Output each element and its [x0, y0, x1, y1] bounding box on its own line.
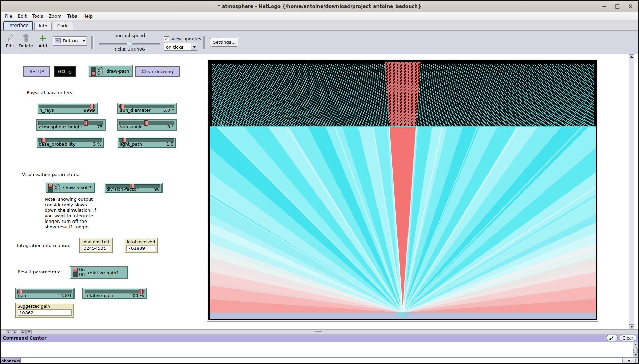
slider-value: 9999 — [83, 108, 95, 113]
canvas-vertical-scrollbar[interactable] — [629, 54, 634, 329]
switch-track[interactable] — [48, 184, 53, 193]
view-updates-label: view updates — [171, 36, 201, 41]
chevron-down-icon — [193, 46, 196, 48]
update-mode-dropdown[interactable]: on ticks — [164, 43, 197, 51]
switch-on-off-labels: OnOff — [79, 268, 85, 277]
switch-label: relative-gain? — [88, 270, 119, 275]
menu-tools[interactable]: Tools — [29, 13, 46, 19]
monitor-value: 761889 — [126, 245, 155, 251]
clear-drawing-button[interactable]: Clear drawing — [135, 66, 180, 77]
title-bar[interactable]: * atmosphere - NetLogo {/home/antoine/do… — [1, 1, 638, 12]
tab-interface[interactable]: Interface — [3, 21, 33, 30]
maximize-icon[interactable]: □ — [613, 2, 621, 10]
slider-handle[interactable] — [144, 120, 148, 126]
minimize-icon[interactable]: − — [600, 2, 608, 10]
slider-sun-angle[interactable]: sun_angle 0 ° — [117, 119, 177, 131]
switch-track[interactable] — [73, 268, 78, 277]
section-result-parameters: Result parameters: — [18, 269, 60, 274]
command-input[interactable] — [20, 358, 624, 364]
slider-atmosphere-height[interactable]: atmosphere_height 75 — [36, 119, 106, 131]
splitter-down-icon[interactable] — [26, 330, 32, 334]
note-text: Note: showing output considerably slows … — [45, 197, 112, 230]
trash-icon — [17, 33, 35, 43]
switch-on-off-labels: OnOff — [54, 183, 60, 193]
forever-icon: ↻ — [68, 70, 72, 75]
update-mode-value: on ticks — [164, 45, 191, 50]
expand-command-center-button[interactable] — [606, 335, 618, 341]
slider-handle[interactable] — [84, 120, 88, 126]
switch-relative-gain[interactable]: OnOff relative-gain? — [70, 266, 128, 279]
world-view-frame — [207, 59, 598, 322]
monitor-total-received: Total received 761889 — [124, 238, 158, 253]
switch-draw-path[interactable]: OnOff draw-path — [88, 65, 133, 77]
splitter-up-icon[interactable] — [20, 330, 26, 334]
scroll-up-icon[interactable] — [633, 342, 638, 347]
command-center-splitter[interactable] — [1, 329, 638, 334]
close-icon[interactable]: × — [627, 2, 634, 10]
observer-prompt: observer> — [1, 358, 20, 364]
switch-handle[interactable] — [73, 268, 77, 272]
dropdown-arrow-button[interactable] — [191, 43, 197, 50]
slider-label: gain — [18, 293, 28, 298]
slider-value: 100 % — [130, 293, 144, 298]
slider-division-factor[interactable]: division-factor 90 — [104, 183, 163, 193]
add-widget-button[interactable]: + Add — [36, 33, 50, 48]
slider-label: sun_angle — [120, 124, 143, 129]
slider-relative-gain[interactable]: relative-gain 100 % — [82, 288, 147, 299]
slider-sun-diameter[interactable]: sun_diameter 5.0 ° — [117, 103, 177, 114]
menu-edit[interactable]: Edit — [15, 13, 29, 19]
ticks-counter: ticks: 300486 — [92, 47, 167, 52]
scroll-down-icon[interactable] — [633, 352, 638, 357]
splitter-grip[interactable] — [315, 331, 322, 333]
switch-handle[interactable] — [91, 71, 95, 76]
chevron-down-icon — [628, 360, 630, 362]
settings-button[interactable]: Settings... — [210, 38, 238, 47]
monitor-value: 32454535 — [82, 245, 110, 251]
go-button[interactable]: GO ↻ — [54, 66, 76, 77]
switch-handle[interactable] — [48, 184, 52, 188]
section-integration-information: Integration information: — [17, 243, 70, 248]
chevron-down-icon — [82, 40, 85, 42]
widget-type-dropdown[interactable]: abc Button — [53, 36, 87, 46]
setup-button[interactable]: SETUP — [23, 66, 50, 77]
toolbar: Edit Delete + Add abc Button normal spee… — [1, 31, 638, 54]
monitor-suggested-gain: Suggested gain 10862 — [15, 303, 74, 318]
netlogo-window: * atmosphere - NetLogo {/home/antoine/do… — [0, 0, 639, 364]
tab-bar: InterfaceInfoCode — [1, 20, 638, 31]
interface-canvas: SETUP GO ↻ OnOff draw-path Clear drawing… — [1, 54, 634, 329]
switch-track[interactable] — [91, 67, 96, 76]
menu-file[interactable]: File — [2, 13, 15, 19]
button-widget-icon: abc — [55, 38, 61, 43]
slider-label: sun_diameter — [120, 108, 151, 113]
scrollbar-thumb[interactable] — [633, 347, 638, 353]
slider-value: 0 ° — [167, 124, 174, 129]
output-scrollbar[interactable] — [633, 342, 638, 357]
menu-tabs[interactable]: Tabs — [64, 13, 80, 19]
tab-code[interactable]: Code — [53, 22, 73, 30]
edit-widget-button[interactable]: Edit — [3, 33, 17, 48]
tab-info[interactable]: Info — [34, 22, 52, 30]
slider-label: light_path — [120, 141, 142, 147]
clear-button[interactable]: Clear — [620, 335, 636, 341]
slider-n-rays[interactable]: n_rays 9999 — [37, 103, 98, 114]
switch-show-result[interactable]: OnOff show-result? — [45, 182, 95, 193]
scroll-up-icon[interactable] — [629, 54, 634, 59]
monitor-label: Total received — [126, 239, 155, 244]
menu-zoom[interactable]: Zoom — [46, 13, 64, 19]
monitor-value: 10862 — [18, 309, 72, 316]
delete-widget-button[interactable]: Delete — [17, 33, 35, 48]
view-updates-checkbox[interactable]: ✓ — [164, 36, 169, 41]
history-dropdown-button[interactable] — [622, 358, 636, 364]
scroll-down-icon[interactable] — [629, 324, 634, 329]
slider-gain[interactable]: gain 14301 — [15, 288, 75, 299]
pencil-icon — [3, 33, 17, 43]
speed-slider-thumb[interactable] — [127, 41, 132, 47]
slider-light-path[interactable]: light_path 1.0 — [117, 137, 176, 148]
slider-base-probability[interactable]: base_probability 5 % — [36, 137, 104, 148]
menu-help[interactable]: Help — [80, 13, 96, 19]
scroll-left-icon[interactable] — [6, 330, 11, 334]
command-center-input-row: observer> — [1, 358, 638, 364]
command-center-output[interactable] — [1, 342, 638, 358]
scroll-right-icon[interactable] — [12, 330, 17, 334]
slider-label: division-factor — [106, 187, 138, 192]
